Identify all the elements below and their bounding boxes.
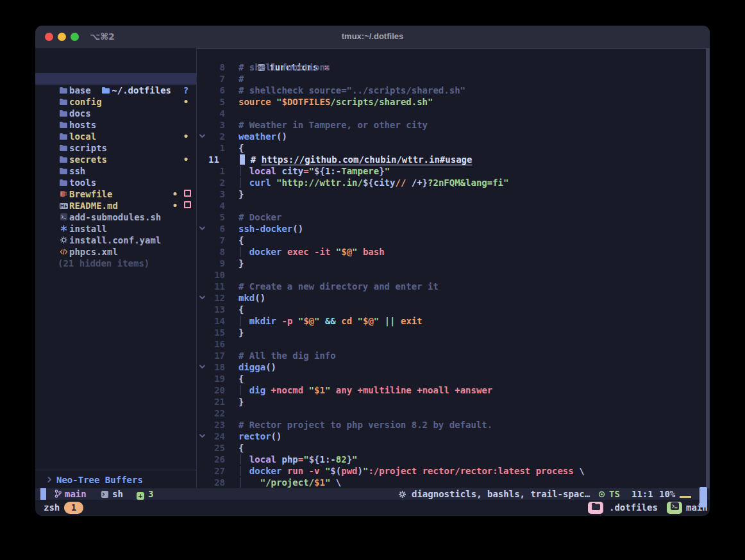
- tree-item-scripts[interactable]: scripts: [35, 142, 196, 154]
- fold-indicator[interactable]: [197, 131, 207, 142]
- code-line[interactable]: 8 docker exec -it "$@" bash: [197, 246, 706, 258]
- neotree-header[interactable]: Neo-Tree: [35, 62, 196, 73]
- line-number: 19: [207, 373, 225, 384]
- statusline-treesitter: TS: [598, 488, 620, 500]
- code-line[interactable]: 1{: [197, 142, 706, 154]
- code-text: docker run -v "$(pwd)":/project rector/r…: [239, 465, 585, 477]
- code-line[interactable]: 19{: [197, 373, 706, 384]
- code-line[interactable]: 3# Weather in Tampere, or other city: [197, 119, 706, 131]
- fold-indicator[interactable]: [197, 431, 207, 442]
- tree-item-label: secrets: [69, 154, 107, 165]
- code-line[interactable]: 26 local php="${1:-82}": [197, 454, 706, 465]
- tree-item-add-submodules-sh[interactable]: add-submodules.sh: [35, 211, 196, 223]
- folder-icon: [58, 96, 69, 108]
- code-line[interactable]: 25{: [197, 442, 706, 454]
- tmux-statusbar: zsh 1 .dotfiles main: [35, 500, 710, 516]
- code-line[interactable]: 22: [197, 408, 706, 419]
- mode-indicator-block: [40, 488, 46, 500]
- code-line[interactable]: 17# All the dig info: [197, 350, 706, 361]
- code-line[interactable]: 28 "/project/$1" \: [197, 477, 706, 488]
- code-line[interactable]: 6# shellcheck source="../scripts/shared.…: [197, 85, 706, 96]
- tree-root-item[interactable]: ~/.dotfiles: [35, 73, 196, 85]
- code-line[interactable]: 8# shell functions: [197, 62, 706, 73]
- code-text: weather(): [239, 131, 287, 142]
- code-line[interactable]: 12mkd(): [197, 292, 706, 304]
- code-text: # shell functions: [239, 62, 330, 73]
- statusline-scroll-percent: 10%: [659, 488, 675, 500]
- line-number: 3: [207, 188, 225, 200]
- tree-item-phpcs-xml[interactable]: phpcs.xml: [35, 246, 196, 258]
- tree-item-install[interactable]: install: [35, 223, 196, 235]
- tree-item-secrets[interactable]: secrets•: [35, 154, 196, 165]
- tree-item-readme-md[interactable]: README.md•: [35, 200, 196, 211]
- code-text: # Create a new directory and enter it: [239, 281, 439, 292]
- code-line[interactable]: 27 docker run -v "$(pwd)":/project recto…: [197, 465, 706, 477]
- terminal-window: ⌥⌘2 tmux:~/.dotfiles Neo-Tree ~/.dotfile…: [35, 26, 710, 516]
- code-line[interactable]: 2 curl "http://wttr.in/${city// /+}?2nFQ…: [197, 177, 706, 188]
- code-line[interactable]: 11# Create a new directory and enter it: [197, 281, 706, 292]
- line-number: 8: [207, 62, 225, 73]
- modified-dot-badge: •: [170, 188, 180, 200]
- code-line[interactable]: 13{: [197, 304, 706, 315]
- fold-indicator: [197, 338, 207, 350]
- line-number: 7: [207, 235, 225, 246]
- code-line[interactable]: 15}: [197, 327, 706, 338]
- fold-indicator: [197, 384, 207, 396]
- terminal-icon: [671, 502, 679, 512]
- code-line[interactable]: 20 dig +nocmd "$1" any +multiline +noall…: [197, 384, 706, 396]
- tree-item-local[interactable]: local•: [35, 131, 196, 142]
- fold-indicator[interactable]: [197, 361, 207, 373]
- line-number: 25: [207, 442, 225, 454]
- code-line[interactable]: 23# Rector project to php version 8.2 by…: [197, 419, 706, 431]
- modified-dot-badge: •: [181, 96, 191, 108]
- code-line[interactable]: 5source "$DOTFILES/scripts/shared.sh": [197, 96, 706, 108]
- fold-indicator: [197, 165, 207, 177]
- tree-item-brewfile[interactable]: Brewfile•: [35, 188, 196, 200]
- tree-item-ssh[interactable]: ssh: [35, 165, 196, 177]
- code-line[interactable]: 9}: [197, 258, 706, 269]
- code-line[interactable]: 7{: [197, 235, 706, 246]
- tree-item-base[interactable]: base?: [35, 85, 196, 96]
- folder-icon: [58, 165, 69, 177]
- chevron-right-icon: [44, 474, 55, 486]
- tree-item-label: config: [69, 97, 102, 107]
- tree-item-docs[interactable]: docs: [35, 108, 196, 119]
- code-line[interactable]: 16: [197, 338, 706, 350]
- fold-indicator: [197, 477, 207, 488]
- code-line[interactable]: 7#: [197, 73, 706, 85]
- tree-item-config[interactable]: config•: [35, 96, 196, 108]
- code-line[interactable]: 11 # https://github.com/chubin/wttr.in#u…: [197, 154, 706, 165]
- tree-item-label: install.conf.yaml: [69, 235, 161, 245]
- file-icon: [101, 490, 108, 500]
- code-line[interactable]: 21}: [197, 396, 706, 408]
- code-text: # Rector project to php version 8.2 by d…: [239, 419, 492, 431]
- code-line[interactable]: 5# Docker: [197, 211, 706, 223]
- tree-item-hosts[interactable]: hosts: [35, 119, 196, 131]
- code-line[interactable]: 10: [197, 269, 706, 281]
- tree-item-install-conf-yaml[interactable]: install.conf.yaml: [35, 235, 196, 246]
- code-line[interactable]: 1 local city="${1:-Tampere}": [197, 165, 706, 177]
- code-line[interactable]: 18digga(): [197, 361, 706, 373]
- scrollbar-thumb[interactable]: [699, 487, 707, 507]
- indent-guide: [240, 316, 241, 326]
- code-text: docker exec -it "$@" bash: [239, 246, 385, 258]
- fold-indicator: [197, 108, 207, 119]
- line-number: 8: [207, 246, 225, 258]
- code-line[interactable]: 14 mkdir -p "$@" && cd "$@" || exit: [197, 315, 706, 327]
- fold-indicator[interactable]: [197, 292, 207, 304]
- neotree-buffers-header[interactable]: Neo-Tree Buffers: [35, 474, 196, 486]
- code-text: }: [239, 188, 244, 200]
- code-text: # All the dig info: [239, 350, 336, 361]
- code-line[interactable]: 24rector(): [197, 431, 706, 442]
- code-line[interactable]: 6ssh-docker(): [197, 223, 706, 235]
- titlebar[interactable]: ⌥⌘2 tmux:~/.dotfiles: [35, 26, 710, 49]
- code-line[interactable]: 3}: [197, 188, 706, 200]
- code-line[interactable]: 4: [197, 200, 706, 211]
- code-line[interactable]: 4: [197, 108, 706, 119]
- scrollbar-track[interactable]: [706, 48, 710, 506]
- git-status-badges: •: [170, 188, 191, 200]
- code-line[interactable]: 2weather(): [197, 131, 706, 142]
- tree-item-tools[interactable]: tools: [35, 177, 196, 188]
- fold-indicator[interactable]: [197, 223, 207, 235]
- code-text: digga(): [239, 361, 276, 373]
